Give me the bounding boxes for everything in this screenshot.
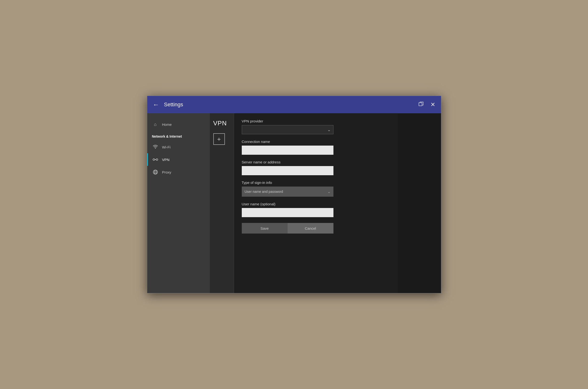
sidebar-item-home[interactable]: ⌂ Home: [147, 118, 210, 131]
username-group: User name (optional): [242, 202, 390, 217]
connection-name-label: Connection name: [242, 139, 390, 144]
sidebar-vpn-label: VPN: [162, 158, 170, 162]
sidebar-proxy-label: Proxy: [162, 170, 171, 174]
vpn-provider-select[interactable]: [242, 125, 333, 134]
vpn-panel-title: VPN: [210, 117, 230, 130]
svg-point-3: [156, 159, 158, 160]
settings-window: ← Settings ✕ ⌂ Home Network & Internet: [147, 96, 441, 293]
window-controls: ✕: [418, 101, 435, 108]
form-panel: VPN provider ⌄ Connection name Server na…: [234, 113, 398, 293]
restore-button[interactable]: [418, 101, 424, 108]
sign-in-type-select[interactable]: User name and password Certificate Smart…: [242, 187, 333, 197]
vpn-icon: [152, 156, 159, 163]
sign-in-type-label: Type of sign-in info: [242, 181, 390, 185]
server-name-group: Server name or address: [242, 160, 390, 175]
vpn-side-panel: VPN +: [210, 113, 234, 293]
sign-in-type-group: Type of sign-in info User name and passw…: [242, 181, 390, 197]
connection-name-group: Connection name: [242, 139, 390, 155]
sidebar-item-proxy[interactable]: Proxy: [147, 166, 210, 178]
sidebar-home-label: Home: [162, 123, 172, 127]
globe-icon: [152, 169, 159, 175]
right-panel: [398, 113, 441, 293]
svg-rect-0: [419, 103, 422, 106]
username-label: User name (optional): [242, 202, 390, 206]
username-input[interactable]: [242, 208, 333, 217]
main-content: ⌂ Home Network & Internet Wi-Fi: [147, 113, 441, 293]
svg-point-1: [155, 148, 156, 149]
server-name-input[interactable]: [242, 166, 333, 175]
back-button[interactable]: ←: [153, 101, 159, 108]
cancel-button[interactable]: Cancel: [288, 223, 333, 233]
vpn-provider-label: VPN provider: [242, 119, 390, 123]
form-buttons: Save Cancel: [242, 223, 333, 233]
window-title: Settings: [164, 101, 418, 108]
save-button[interactable]: Save: [242, 223, 288, 233]
home-icon: ⌂: [152, 121, 159, 128]
sign-in-type-select-wrapper: User name and password Certificate Smart…: [242, 187, 333, 197]
titlebar: ← Settings ✕: [147, 96, 441, 113]
server-name-label: Server name or address: [242, 160, 390, 164]
sidebar: ⌂ Home Network & Internet Wi-Fi: [147, 113, 210, 293]
svg-point-2: [153, 159, 154, 160]
sidebar-wifi-label: Wi-Fi: [162, 145, 171, 149]
add-vpn-button[interactable]: +: [213, 133, 225, 145]
connection-name-input[interactable]: [242, 146, 333, 155]
sidebar-item-wifi[interactable]: Wi-Fi: [147, 141, 210, 153]
sidebar-item-vpn[interactable]: VPN: [147, 153, 210, 166]
vpn-provider-group: VPN provider ⌄: [242, 119, 390, 134]
wifi-icon: [152, 144, 159, 150]
close-button[interactable]: ✕: [430, 101, 435, 108]
sidebar-section-label: Network & Internet: [147, 131, 210, 141]
vpn-provider-select-wrapper: ⌄: [242, 125, 333, 134]
